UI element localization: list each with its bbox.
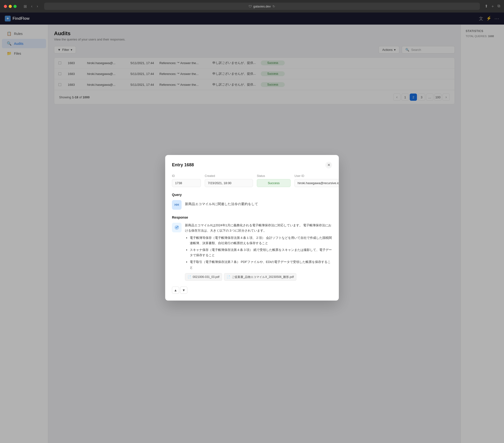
attachment-1[interactable]: 📄 0021006-031_03.pdf: [185, 273, 222, 281]
traffic-lights: [4, 5, 17, 8]
modal-nav-arrows: ▲ ▼: [172, 287, 332, 294]
minimize-traffic-light[interactable]: [9, 5, 12, 8]
file-attachments: 📄 0021006-031_03.pdf 📄 ご提案書_品物エコマイルX_202…: [185, 273, 332, 281]
svg-point-0: [177, 226, 179, 227]
file-icon-1: 📄: [188, 274, 191, 279]
tabs-icon[interactable]: ⧉: [498, 4, 500, 9]
status-value: Success: [257, 179, 290, 187]
created-value: 7/23/2021, 18:00: [205, 179, 253, 187]
browser-chrome: ⊞ ‹ › 🛡 galaxies.dev ↻ ⬆ ＋ ⧉: [0, 0, 504, 13]
browser-actions: ⬆ ＋ ⧉: [485, 4, 500, 9]
response-bullets-list: 電子帳簿等保存（電子帳簿保存法第４条１項、２項） 会計ソフトなどを用いて自社で作…: [190, 235, 332, 270]
response-bullet-item: スキャナ保存（電子帳簿保存法第４条３項） 紙で受領した帳票をスキャンまたは撮影し…: [190, 247, 332, 258]
response-section: Response 新商品エコマイルXは2024年1月に義務化される電子帳簿保存法…: [172, 216, 332, 281]
maximize-traffic-light[interactable]: [14, 5, 17, 8]
address-bar[interactable]: 🛡 galaxies.dev ↻: [44, 3, 480, 10]
modal-header: Entry 1688 ✕: [172, 162, 332, 169]
new-tab-icon[interactable]: ＋: [491, 4, 495, 9]
nav-down-button[interactable]: ▼: [180, 287, 187, 294]
entry-modal: Entry 1688 ✕ ID 1738 Created 7/23/2021, …: [165, 155, 339, 301]
attachment-2[interactable]: 📄 ご提案書_品物エコマイルX_20230506_雛形.pdf: [224, 273, 296, 281]
shield-icon: 🛡: [249, 5, 252, 8]
id-label: ID: [172, 174, 201, 178]
close-traffic-light[interactable]: [4, 5, 7, 8]
ai-response-icon: [172, 223, 181, 232]
modal-title: Entry 1688: [172, 162, 194, 168]
modal-close-button[interactable]: ✕: [325, 162, 332, 169]
sidebar-toggle-icon[interactable]: ⊞: [22, 4, 28, 9]
query-text: 新商品エコマイルXに関連した法令の要約をして: [185, 200, 258, 206]
created-label: Created: [205, 174, 253, 178]
response-section-label: Response: [172, 216, 332, 219]
id-field-group: ID 1738: [172, 174, 201, 187]
query-section: Query HH 新商品エコマイルXに関連した法令の要約をして: [172, 193, 332, 210]
created-field-group: Created 7/23/2021, 18:00: [205, 174, 253, 187]
user-id-label: User ID: [294, 174, 339, 178]
user-id-value: hiroki.hasegawa@recursive.io: [294, 179, 339, 187]
file-icon-2: 📄: [227, 274, 230, 279]
reload-icon[interactable]: ↻: [272, 5, 275, 8]
modal-fields: ID 1738 Created 7/23/2021, 18:00 Status …: [172, 174, 332, 187]
attachment-2-name: ご提案書_品物エコマイルX_20230506_雛形.pdf: [232, 274, 294, 279]
forward-button[interactable]: ›: [36, 4, 39, 9]
response-bubble: 新商品エコマイルXは2024年1月に義務化される電子帳簿保存法に対応しています。…: [172, 223, 332, 281]
status-field-group: Status Success: [257, 174, 290, 187]
user-id-field-group: User ID hiroki.hasegawa@recursive.io: [294, 174, 339, 187]
response-bullet-item: 電子取引（電子帳簿保存法第７条） PDFファイルや、EDIの電子データで受領した…: [190, 259, 332, 270]
share-icon[interactable]: ⬆: [485, 4, 488, 9]
back-button[interactable]: ‹: [30, 4, 34, 9]
status-label: Status: [257, 174, 290, 178]
query-section-label: Query: [172, 193, 332, 197]
url-text: galaxies.dev: [253, 5, 270, 8]
attachment-1-name: 0021006-031_03.pdf: [193, 274, 219, 279]
browser-controls: ⊞ ‹ ›: [22, 4, 39, 9]
response-text: 新商品エコマイルXは2024年1月に義務化される電子帳簿保存法に対応しています。…: [185, 223, 332, 281]
nav-up-button[interactable]: ▲: [172, 287, 179, 294]
id-value: 1738: [172, 179, 201, 187]
modal-overlay: Entry 1688 ✕ ID 1738 Created 7/23/2021, …: [0, 13, 504, 443]
user-avatar: HH: [172, 200, 181, 210]
response-intro: 新商品エコマイルXは2024年1月に義務化される電子帳簿保存法に対応しています。…: [185, 223, 331, 232]
query-bubble: HH 新商品エコマイルXに関連した法令の要約をして: [172, 200, 332, 210]
response-bullet-item: 電子帳簿等保存（電子帳簿保存法第４条１項、２項） 会計ソフトなどを用いて自社で作…: [190, 235, 332, 246]
